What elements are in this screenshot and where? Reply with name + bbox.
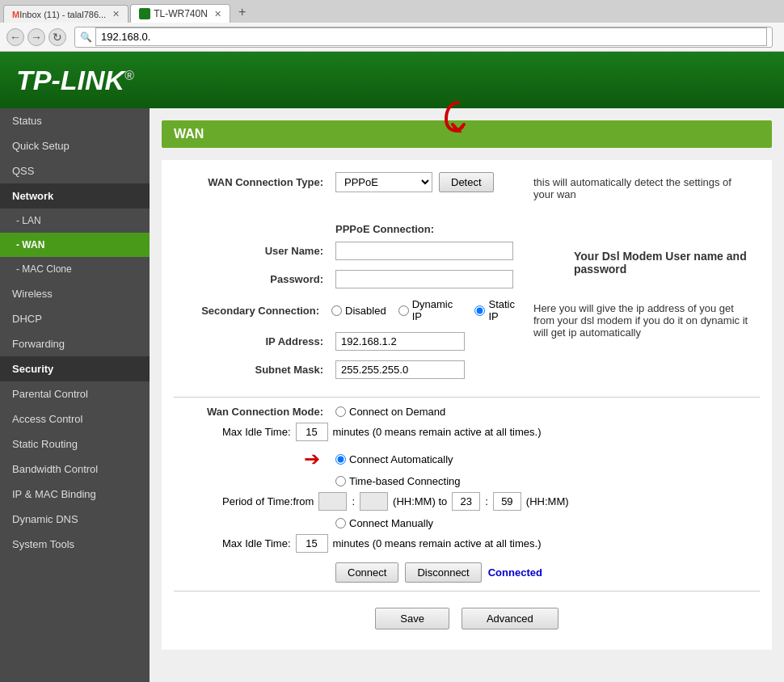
max-idle-note-1: minutes (0 means remain active at all ti… — [333, 426, 542, 438]
secondary-section: Secondary Connection: Disabled Dynamic I… — [174, 298, 760, 389]
radio-connect-manually-input[interactable] — [335, 518, 346, 528]
time-based-row: Time-based Connecting — [174, 475, 760, 487]
period-label: Period of Time:from — [222, 495, 314, 507]
time-from-hh[interactable] — [318, 492, 347, 511]
secondary-connection-row: Secondary Connection: Disabled Dynamic I… — [174, 298, 525, 322]
tab-router-label: TL-WR740N — [154, 8, 208, 19]
radio-connect-on-demand-input[interactable] — [335, 406, 346, 417]
hhmm-label-1: (HH:MM) to — [393, 495, 447, 507]
radio-connect-manually[interactable]: Connect Manually — [335, 517, 433, 529]
arrow-container: ➔ — [174, 448, 335, 470]
sidebar-section-network[interactable]: Network — [0, 183, 150, 208]
sidebar-item-parental-control[interactable]: Parental Control — [0, 381, 150, 406]
max-idle-note-2: minutes (0 means remain active at all ti… — [333, 537, 542, 549]
subnet-mask-control — [335, 360, 465, 379]
time-to-mm[interactable] — [493, 492, 521, 511]
page-wrapper: TP-LINK® Status Quick Setup QSS Network … — [0, 52, 784, 682]
radio-static-ip[interactable]: Static IP — [474, 298, 525, 322]
radio-connect-on-demand-label: Connect on Demand — [349, 406, 445, 418]
colon-1: : — [352, 495, 355, 507]
sidebar-section-security[interactable]: Security — [0, 356, 150, 381]
radio-time-based[interactable]: Time-based Connecting — [335, 475, 461, 487]
back-button[interactable]: ← — [6, 28, 24, 46]
sidebar-item-forwarding[interactable]: Forwarding — [0, 331, 150, 356]
ip-address-input[interactable] — [335, 332, 465, 351]
sidebar-item-bandwidth-control[interactable]: Bandwidth Control — [0, 457, 150, 482]
sidebar-item-wireless[interactable]: Wireless — [0, 281, 150, 306]
time-to-hh[interactable] — [452, 492, 480, 511]
top-section: WAN Connection Type: PPPoE Dynamic IP St… — [174, 172, 760, 204]
connected-status: Connected — [488, 566, 542, 579]
connect-on-demand-row: Wan Connection Mode: Connect on Demand — [174, 406, 760, 418]
tab-router-close[interactable]: ✕ — [214, 9, 221, 19]
ip-annotation: Here you will give the ip address of you… — [525, 298, 760, 343]
wan-connection-type-select[interactable]: PPPoE Dynamic IP Static IP L2TP PPTP — [335, 172, 432, 192]
divider-1 — [174, 397, 760, 398]
radio-dynamic-ip-input[interactable] — [398, 305, 409, 316]
max-idle-label-1: Max Idle Time: — [222, 426, 291, 438]
page-title-bar: WAN — [162, 120, 772, 148]
secondary-connection-radios: Disabled Dynamic IP Static IP — [331, 298, 525, 322]
sidebar-item-static-routing[interactable]: Static Routing — [0, 432, 150, 457]
forward-button[interactable]: → — [27, 28, 45, 46]
disconnect-button[interactable]: Disconnect — [405, 562, 481, 583]
reload-button[interactable]: ↻ — [48, 28, 66, 46]
gmail-favicon: M — [12, 10, 19, 19]
tab-gmail-close[interactable]: ✕ — [112, 9, 120, 19]
sidebar-item-quick-setup[interactable]: Quick Setup — [0, 133, 150, 158]
advanced-button[interactable]: Advanced — [462, 608, 558, 629]
new-tab-button[interactable]: + — [232, 2, 252, 23]
radio-dynamic-ip[interactable]: Dynamic IP — [398, 298, 463, 322]
radio-connect-on-demand[interactable]: Connect on Demand — [335, 406, 445, 418]
tab-bar: M Inbox (11) - talal786... ✕ TL-WR740N ✕… — [0, 0, 784, 23]
sidebar-item-dhcp[interactable]: DHCP — [0, 306, 150, 331]
time-from-mm[interactable] — [360, 492, 388, 511]
header: TP-LINK® — [0, 52, 784, 108]
sidebar-item-access-control[interactable]: Access Control — [0, 406, 150, 432]
dsl-annotation: Your Dsl Modem User name and password — [566, 242, 760, 284]
detect-button[interactable]: Detect — [439, 172, 494, 192]
password-row: Password: — [174, 270, 566, 288]
address-bar-wrap: 🔍 — [74, 27, 773, 48]
sidebar-item-wan[interactable]: - WAN — [0, 233, 150, 257]
radio-connect-auto-input[interactable] — [335, 454, 346, 465]
sidebar-item-lan[interactable]: - LAN — [0, 208, 150, 233]
browser-chrome: M Inbox (11) - talal786... ✕ TL-WR740N ✕… — [0, 0, 784, 52]
red-arrow-icon: ➔ — [304, 448, 320, 470]
sidebar-item-dynamic-dns[interactable]: Dynamic DNS — [0, 507, 150, 532]
page-title: WAN — [174, 127, 204, 141]
radio-static-ip-input[interactable] — [474, 305, 485, 316]
credentials-form: User Name: Password: — [174, 242, 566, 298]
address-input[interactable] — [95, 27, 767, 46]
sidebar-item-mac-clone[interactable]: - MAC Clone — [0, 257, 150, 281]
max-idle-input-1[interactable] — [296, 423, 328, 441]
subnet-mask-input[interactable] — [335, 360, 465, 379]
subnet-mask-label: Subnet Mask: — [174, 364, 335, 376]
sidebar-item-system-tools[interactable]: System Tools — [0, 532, 150, 557]
username-input[interactable] — [335, 242, 513, 260]
wan-connection-type-row: WAN Connection Type: PPPoE Dynamic IP St… — [174, 172, 525, 192]
wan-form: WAN Connection Type: PPPoE Dynamic IP St… — [162, 160, 772, 650]
radio-disabled-label: Disabled — [345, 305, 386, 317]
connect-button[interactable]: Connect — [335, 562, 398, 583]
connection-mode-form: Wan Connection Mode: Connect on Demand M… — [174, 406, 760, 583]
sidebar-item-qss[interactable]: QSS — [0, 158, 150, 183]
max-idle-input-2[interactable] — [296, 534, 328, 553]
radio-connect-automatically[interactable]: Connect Automatically — [335, 453, 453, 465]
radio-dynamic-ip-label: Dynamic IP — [412, 298, 463, 322]
password-label: Password: — [174, 273, 335, 285]
tab-router[interactable]: TL-WR740N ✕ — [130, 4, 230, 23]
sidebar-item-status[interactable]: Status — [0, 108, 150, 133]
password-input[interactable] — [335, 270, 513, 288]
main-content: WAN WAN Connection Type: — [150, 108, 784, 682]
save-button[interactable]: Save — [375, 608, 449, 629]
radio-disabled[interactable]: Disabled — [331, 305, 386, 317]
router-favicon — [139, 8, 150, 19]
radio-disabled-input[interactable] — [331, 305, 342, 316]
wan-connection-mode-label: Wan Connection Mode: — [174, 406, 335, 418]
username-control — [335, 242, 513, 260]
sidebar-item-ip-mac-binding[interactable]: IP & MAC Binding — [0, 482, 150, 507]
tab-gmail[interactable]: M Inbox (11) - talal786... ✕ — [3, 5, 129, 23]
credentials-section: User Name: Password: Your Dsl Mo — [174, 242, 760, 298]
radio-time-based-input[interactable] — [335, 476, 346, 486]
